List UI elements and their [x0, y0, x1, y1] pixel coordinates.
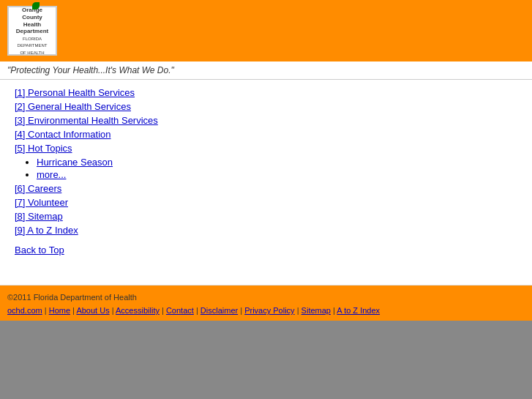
logo-line6: OF HEALTH	[20, 51, 44, 55]
footer-link-home[interactable]: Home	[49, 306, 70, 315]
logo: Orange County Health Department FLORIDA …	[7, 6, 57, 56]
footer-link-az[interactable]: A to Z Index	[337, 306, 380, 315]
nav-item-8: [8] Sitemap	[15, 211, 517, 222]
footer-link-ochd[interactable]: ochd.com	[7, 306, 42, 315]
back-to-top: Back to Top	[15, 245, 517, 256]
nav-item-1: [1] Personal Health Services	[15, 87, 517, 98]
browser-chrome	[0, 321, 532, 387]
nav-list: [1] Personal Health Services [2] General…	[15, 87, 517, 236]
nav-link-2[interactable]: [2] General Health Services	[15, 101, 131, 112]
footer-link-accessibility[interactable]: Accessibility	[116, 306, 160, 315]
nav-link-8[interactable]: [8] Sitemap	[15, 211, 63, 222]
header: Orange County Health Department FLORIDA …	[0, 0, 532, 61]
tagline-text: "Protecting Your Health...It's What We D…	[7, 65, 174, 75]
logo-line4: Department	[16, 28, 48, 34]
nav-item-7: [7] Volunteer	[15, 197, 517, 208]
logo-line5: FLORIDA DEPARTMENT	[18, 37, 48, 48]
back-to-top-link[interactable]: Back to Top	[15, 245, 64, 256]
nav-link-6[interactable]: [6] Careers	[15, 183, 61, 194]
logo-line2: County	[22, 14, 42, 20]
nav-item-4: [4] Contact Information	[15, 129, 517, 140]
hot-topic-link-more[interactable]: more...	[37, 169, 66, 180]
nav-link-1[interactable]: [1] Personal Health Services	[15, 87, 135, 98]
hot-topic-item-hurricane: Hurricane Season	[37, 157, 517, 168]
footer-link-contact[interactable]: Contact	[166, 306, 194, 315]
nav-item-2: [2] General Health Services	[15, 101, 517, 112]
nav-item-3: [3] Environmental Health Services	[15, 115, 517, 126]
hot-topic-link-hurricane[interactable]: Hurricane Season	[37, 157, 113, 168]
nav-item-5: [5] Hot Topics Hurricane Season more...	[15, 143, 517, 180]
nav-link-3[interactable]: [3] Environmental Health Services	[15, 115, 158, 126]
logo-line3: Health	[23, 21, 41, 28]
nav-item-9: [9] A to Z Index	[15, 225, 517, 236]
footer-link-about[interactable]: About Us	[76, 306, 109, 315]
footer-link-sitemap[interactable]: Sitemap	[301, 306, 331, 315]
footer-link-disclaimer[interactable]: Disclaimer	[201, 306, 238, 315]
nav-item-6: [6] Careers	[15, 183, 517, 194]
hot-topics-list: Hurricane Season more...	[15, 157, 517, 180]
footer: ©2011 Florida Department of Health ochd.…	[0, 285, 532, 321]
footer-copyright: ©2011 Florida Department of Health	[7, 293, 525, 302]
nav-link-4[interactable]: [4] Contact Information	[15, 129, 111, 140]
nav-link-5[interactable]: [5] Hot Topics	[15, 143, 72, 154]
nav-link-7[interactable]: [7] Volunteer	[15, 197, 68, 208]
footer-links: ochd.com | Home | About Us | Accessibili…	[7, 306, 525, 315]
footer-link-privacy[interactable]: Privacy Policy	[244, 306, 294, 315]
nav-link-9[interactable]: [9] A to Z Index	[15, 225, 78, 236]
tagline-bar: "Protecting Your Health...It's What We D…	[0, 61, 532, 80]
hot-topic-item-more: more...	[37, 169, 517, 180]
main-content: [1] Personal Health Services [2] General…	[0, 80, 532, 285]
